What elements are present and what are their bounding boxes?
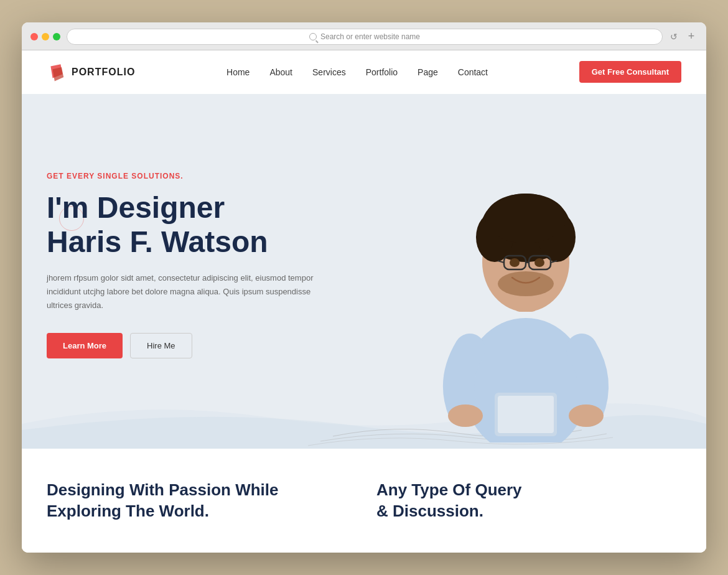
svg-marker-1 [53, 67, 64, 81]
hero-section: GET EVERY SINGLE SOLUTIONS. I'm Designer… [22, 94, 706, 449]
svg-point-8 [485, 194, 566, 243]
logo-icon [47, 62, 67, 82]
svg-point-14 [510, 258, 520, 267]
refresh-button[interactable]: ↺ [669, 32, 679, 42]
bottom-left-title: Designing With Passion While Exploring T… [47, 480, 352, 522]
hero-subtitle: GET EVERY SINGLE SOLUTIONS. [47, 172, 314, 180]
traffic-lights [30, 33, 60, 40]
hero-title-line1: I'm Designer [47, 191, 225, 224]
nav-links: Home About Services Portfolio Page Conta… [226, 67, 488, 78]
nav-portfolio[interactable]: Portfolio [366, 67, 398, 77]
learn-more-button[interactable]: Learn More [47, 333, 123, 358]
svg-point-17 [448, 404, 483, 427]
close-button[interactable] [30, 33, 38, 40]
bottom-section: Designing With Passion While Exploring T… [22, 449, 706, 553]
minimize-button[interactable] [42, 33, 49, 40]
svg-rect-20 [498, 396, 554, 433]
navbar: PORTFOLIO Home About Services Portfolio … [22, 50, 706, 94]
hero-content: GET EVERY SINGLE SOLUTIONS. I'm Designer… [22, 134, 339, 408]
hero-person-image [420, 119, 656, 449]
logo-text: PORTFOLIO [72, 67, 135, 78]
nav-services[interactable]: Services [312, 67, 346, 77]
search-icon [309, 33, 317, 40]
person-svg [420, 119, 632, 442]
browser-chrome: Search or enter website name ↺ + [22, 22, 706, 50]
svg-point-16 [498, 271, 554, 296]
bottom-left: Designing With Passion While Exploring T… [47, 480, 352, 522]
hero-title: I'm Designer Haris F. Watson [47, 190, 314, 259]
maximize-button[interactable] [53, 33, 60, 40]
new-tab-button[interactable]: + [685, 30, 698, 43]
address-text: Search or enter website name [320, 32, 420, 41]
hero-title-line2: Haris F. Watson [47, 225, 268, 258]
nav-page[interactable]: Page [418, 67, 438, 77]
cta-button[interactable]: Get Free Consultant [579, 61, 681, 83]
nav-contact[interactable]: Contact [458, 67, 488, 77]
address-bar[interactable]: Search or enter website name [67, 29, 663, 45]
browser-window: Search or enter website name ↺ + PORTFOL… [22, 22, 706, 553]
svg-point-15 [534, 258, 544, 267]
hero-description: jhorem rfpsum golor sidt amet, consectet… [47, 271, 314, 312]
bottom-right: Any Type Of Query & Discussion. [376, 480, 681, 522]
svg-point-18 [569, 404, 604, 427]
website-content: PORTFOLIO Home About Services Portfolio … [22, 50, 706, 553]
nav-home[interactable]: Home [226, 67, 250, 77]
nav-about[interactable]: About [269, 67, 292, 77]
hire-me-button[interactable]: Hire Me [130, 333, 192, 358]
bottom-right-title: Any Type Of Query & Discussion. [376, 480, 681, 522]
logo: PORTFOLIO [47, 62, 135, 82]
hero-buttons: Learn More Hire Me [47, 333, 314, 358]
